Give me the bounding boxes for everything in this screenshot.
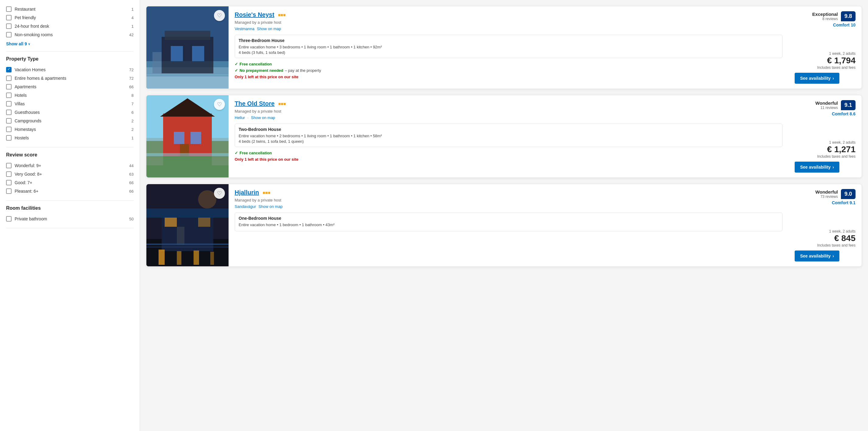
filter-villas[interactable]: Villas 7: [6, 99, 134, 108]
svg-rect-15: [190, 132, 201, 144]
svg-rect-26: [177, 227, 184, 245]
property-name-row-old-store: The Old Store ■■■: [235, 100, 782, 107]
arrow-right-icon: ›: [832, 76, 834, 81]
filter-count-guesthouses: 6: [131, 110, 134, 115]
favorite-button-old-store[interactable]: ♡: [214, 99, 225, 110]
score-reviews-old-store: 11 reviews: [815, 105, 838, 110]
price-section-old-store: 1 week, 2 adults € 1,271 Includes taxes …: [795, 140, 856, 173]
comfort-score-rosies-neyst: Comfort 10: [833, 23, 856, 27]
checkbox-hostels[interactable]: [6, 135, 11, 141]
favorite-button-rosies-neyst[interactable]: ♡: [214, 10, 225, 21]
filter-pet-friendly[interactable]: Pet friendly 4: [6, 13, 134, 22]
checkbox-24hour[interactable]: [6, 24, 11, 29]
see-availability-hjallurin[interactable]: See availability ›: [795, 250, 839, 261]
checkbox-pet-friendly[interactable]: [6, 15, 11, 21]
filter-good[interactable]: Good: 7+ 66: [6, 178, 134, 187]
price-taxes-hjallurin: Includes taxes and fees: [795, 243, 856, 247]
score-label-rosies-neyst: Exceptional: [812, 11, 838, 17]
filter-entire-homes[interactable]: Entire homes & apartments 72: [6, 74, 134, 83]
checkbox-apartments[interactable]: [6, 84, 11, 90]
property-image-old-store: ♡: [146, 95, 228, 178]
show-on-map-hjallurin[interactable]: Show on map: [258, 204, 283, 209]
room-type-box-hjallurin: One-Bedroom House Entire vacation home •…: [235, 212, 782, 231]
filter-very-good[interactable]: Very Good: 8+ 63: [6, 170, 134, 178]
score-section-old-store: Wonderful 11 reviews 9.1 Comfort 8.6: [795, 100, 856, 116]
svg-rect-31: [177, 251, 181, 265]
checkbox-restaurant[interactable]: [6, 6, 11, 12]
filter-apartments[interactable]: Apartments 66: [6, 83, 134, 91]
show-all-amenities[interactable]: Show all 9 ∨: [6, 41, 134, 46]
card-right-rosies-neyst: Exceptional 8 reviews 9.8 Comfort 10 1 w…: [788, 6, 862, 89]
checkbox-very-good[interactable]: [6, 172, 11, 177]
no-prepay-rosies-neyst: No prepayment needed – pay at the proper…: [235, 68, 782, 73]
room-type-box-rosies-neyst: Three-Bedroom House Entire vacation home…: [235, 35, 782, 58]
filter-vacation-homes[interactable]: Vacation Homes 72: [6, 65, 134, 74]
filter-label-campgrounds: Campgrounds: [14, 118, 41, 123]
price-period-hjallurin: 1 week, 2 adults: [795, 229, 856, 234]
location-row-hjallurin: Sandavágur Show on map: [235, 204, 782, 209]
property-name-hjallurin[interactable]: Hjallurin: [235, 189, 259, 196]
score-badge-old-store: 9.1: [841, 100, 856, 110]
filter-label-hotels: Hotels: [14, 93, 27, 98]
filter-count-very-good: 63: [129, 172, 134, 177]
property-name-old-store[interactable]: The Old Store: [235, 100, 275, 107]
checkbox-entire-homes[interactable]: [6, 75, 11, 81]
checkbox-guesthouses[interactable]: [6, 110, 11, 115]
checkbox-homestays[interactable]: [6, 127, 11, 132]
filter-label-good: Good: 7+: [14, 180, 32, 185]
filter-campgrounds[interactable]: Campgrounds 2: [6, 117, 134, 125]
checkbox-good[interactable]: [6, 180, 11, 185]
checkbox-private-bathroom[interactable]: [6, 216, 11, 222]
price-taxes-rosies-neyst: Includes taxes and fees: [795, 65, 856, 70]
property-stars-hjallurin: ■■■: [262, 190, 270, 195]
free-cancel-old-store: Free cancellation: [235, 151, 782, 155]
location-hjallurin[interactable]: Sandavágur: [235, 204, 256, 209]
filter-label-restaurant: Restaurant: [14, 7, 35, 11]
svg-rect-17: [146, 138, 163, 165]
filter-wonderful[interactable]: Wonderful: 9+ 44: [6, 161, 134, 170]
filter-non-smoking[interactable]: Non-smoking rooms 42: [6, 30, 134, 39]
review-score-section: Review score Wonderful: 9+ 44 Very Good:…: [6, 147, 134, 201]
room-type-desc-hjallurin: Entire vacation home • 1 bedroom • 1 bat…: [239, 222, 778, 228]
room-type-box-old-store: Two-Bedroom House Entire vacation home •…: [235, 124, 782, 147]
see-availability-old-store[interactable]: See availability ›: [795, 162, 839, 173]
card-right-old-store: Wonderful 11 reviews 9.1 Comfort 8.6 1 w…: [788, 95, 862, 178]
checkbox-villas[interactable]: [6, 101, 11, 106]
show-on-map-old-store[interactable]: Show on map: [251, 115, 275, 120]
checkbox-pleasant[interactable]: [6, 188, 11, 194]
room-beds-old-store: 4 beds (2 twins, 1 sofa bed, 1 queen): [239, 139, 778, 144]
location-old-store[interactable]: Hellur: [235, 115, 245, 120]
review-score-title: Review score: [6, 152, 134, 158]
score-top-old-store: Wonderful 11 reviews 9.1: [815, 100, 856, 110]
filter-24hour[interactable]: 24-hour front desk 1: [6, 22, 134, 30]
filter-restaurant[interactable]: Restaurant 1: [6, 5, 134, 13]
svg-rect-19: [146, 153, 228, 156]
filter-guesthouses[interactable]: Guesthouses 6: [6, 108, 134, 117]
svg-rect-28: [146, 244, 228, 245]
filter-private-bathroom[interactable]: Private bathroom 50: [6, 215, 134, 223]
checkbox-vacation-homes[interactable]: [6, 67, 11, 72]
property-stars-rosies-neyst: ■■■: [278, 12, 285, 17]
filter-hostels[interactable]: Hostels 1: [6, 134, 134, 142]
filter-label-apartments: Apartments: [14, 84, 36, 89]
see-availability-rosies-neyst[interactable]: See availability ›: [795, 73, 839, 84]
checkbox-wonderful[interactable]: [6, 163, 11, 168]
score-reviews-hjallurin: 73 reviews: [815, 194, 838, 199]
price-amount-old-store: € 1,271: [795, 145, 856, 154]
property-name-rosies-neyst[interactable]: Rosie's Neyst: [235, 11, 274, 18]
checkbox-campgrounds[interactable]: [6, 118, 11, 124]
score-section-rosies-neyst: Exceptional 8 reviews 9.8 Comfort 10: [795, 11, 856, 27]
checkbox-non-smoking[interactable]: [6, 32, 11, 37]
checkbox-hotels[interactable]: [6, 93, 11, 98]
score-top-rosies-neyst: Exceptional 8 reviews 9.8: [812, 11, 856, 21]
room-type-desc-rosies-neyst: Entire vacation home • 3 bedrooms • 1 li…: [239, 44, 778, 50]
show-on-map-rosies-neyst[interactable]: Show on map: [257, 27, 281, 31]
filter-label-vacation-homes: Vacation Homes: [14, 67, 45, 72]
only-left-old-store: Only 1 left at this price on our site: [235, 157, 782, 162]
filter-pleasant[interactable]: Pleasant: 6+ 66: [6, 187, 134, 195]
location-row-rosies-neyst: Vestmanna Show on map: [235, 27, 782, 31]
filter-hotels[interactable]: Hotels 8: [6, 91, 134, 99]
favorite-button-hjallurin[interactable]: ♡: [214, 188, 225, 199]
filter-homestays[interactable]: Homestays 2: [6, 125, 134, 134]
location-rosies-neyst[interactable]: Vestmanna: [235, 27, 254, 31]
